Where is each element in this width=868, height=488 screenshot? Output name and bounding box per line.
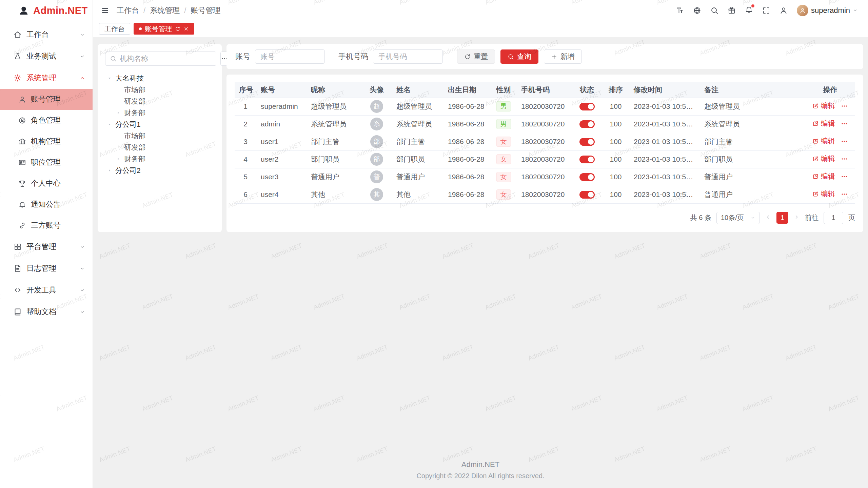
tree-node[interactable]: 研发部	[105, 96, 214, 107]
user-menu[interactable]: superadmin	[797, 5, 858, 16]
account-input[interactable]	[255, 49, 325, 64]
tab[interactable]: 工作台	[99, 23, 130, 35]
theme-icon[interactable]	[728, 6, 736, 15]
prev-page-button[interactable]	[765, 214, 771, 222]
caret-right-icon[interactable]	[105, 168, 114, 173]
cell-avatar: 普	[361, 168, 392, 186]
sidebar-item[interactable]: 开发工具	[0, 279, 93, 301]
status-toggle[interactable]	[579, 191, 595, 199]
topbar-left: 工作台/系统管理/账号管理	[101, 5, 220, 16]
more-actions-button[interactable]	[841, 138, 848, 147]
sidebar-item[interactable]: 工作台	[0, 24, 93, 45]
tree-node[interactable]: 研发部	[105, 142, 214, 153]
logo[interactable]: Admin.NET	[0, 0, 93, 21]
tree-node[interactable]: 大名科技	[105, 73, 214, 84]
status-toggle[interactable]	[579, 103, 595, 110]
sidebar-item[interactable]: 业务测试	[0, 45, 93, 67]
tree-node[interactable]: 市场部	[105, 130, 214, 142]
sidebar-subitem[interactable]: 机构管理	[0, 131, 93, 152]
table-row: 2admin系统管理员系系统管理员1986-06-28男180200307201…	[235, 115, 855, 133]
grid-icon	[14, 243, 22, 251]
sidebar-item-label: 日志管理	[26, 263, 75, 273]
sidebar-subitem[interactable]: 通知公告	[0, 194, 93, 215]
cell-account: user3	[256, 168, 307, 186]
more-actions-button[interactable]	[841, 174, 848, 182]
breadcrumb-item[interactable]: 工作台	[117, 5, 139, 16]
edit-button[interactable]: 编辑	[812, 154, 835, 163]
breadcrumb-item[interactable]: 系统管理	[150, 5, 180, 16]
cell-actions: 编辑	[805, 98, 855, 115]
sidebar-item[interactable]: 系统管理	[0, 67, 93, 89]
tree-node[interactable]: 财务部	[105, 107, 214, 119]
more-actions-button[interactable]	[841, 121, 848, 129]
status-toggle[interactable]	[579, 156, 595, 163]
goto-page-input[interactable]	[824, 212, 843, 224]
sidebar-item[interactable]: 平台管理	[0, 236, 93, 258]
caret-down-icon[interactable]	[105, 76, 114, 81]
cell-remark: 普通用户	[700, 186, 805, 203]
edit-button[interactable]: 编辑	[812, 136, 835, 146]
tree-node[interactable]: 市场部	[105, 84, 214, 96]
page-number-1[interactable]: 1	[776, 212, 788, 224]
fullscreen-icon[interactable]	[762, 6, 770, 15]
status-toggle[interactable]	[579, 173, 595, 181]
sidebar-subitem[interactable]: 个人中心	[0, 173, 93, 194]
sidebar-subitem-label: 角色管理	[31, 115, 61, 125]
tab-close-icon[interactable]	[183, 26, 189, 32]
caret-down-icon[interactable]	[105, 122, 114, 127]
tree-node-label: 市场部	[124, 85, 145, 95]
caret-right-icon[interactable]	[114, 157, 123, 161]
sidebar-item[interactable]: 日志管理	[0, 258, 93, 279]
edit-button[interactable]: 编辑	[812, 101, 835, 110]
more-actions-button[interactable]	[841, 103, 848, 111]
tree-node-label: 分公司1	[115, 120, 141, 129]
profile-icon[interactable]	[780, 6, 788, 15]
status-toggle[interactable]	[579, 138, 595, 146]
breadcrumb-item[interactable]: 账号管理	[191, 5, 220, 16]
cell-index: 6	[235, 186, 256, 203]
sidebar-subitem[interactable]: 三方账号	[0, 215, 93, 236]
tab-label: 工作台	[104, 24, 125, 34]
font-size-icon[interactable]	[676, 6, 684, 15]
tab-refresh-icon[interactable]	[175, 26, 180, 32]
tree-node-label: 财务部	[124, 108, 145, 118]
sidebar-subitem[interactable]: 账号管理	[0, 89, 93, 110]
tree-node[interactable]: 分公司1	[105, 119, 214, 130]
tree-node[interactable]: 分公司2	[105, 165, 214, 176]
gender-tag: 女	[496, 189, 511, 200]
goto-label: 前往	[805, 213, 818, 222]
edit-button[interactable]: 编辑	[812, 119, 835, 128]
caret-right-icon[interactable]	[114, 110, 123, 115]
edit-button[interactable]: 编辑	[812, 189, 835, 199]
more-actions-button[interactable]	[841, 191, 848, 200]
table-header-row: 序号账号昵称头像姓名出生日期性别手机号码状态排序修改时间备注操作	[235, 82, 855, 98]
sidebar-subitem[interactable]: 角色管理	[0, 110, 93, 131]
chevron-down-icon	[750, 215, 755, 220]
query-button[interactable]: 查询	[500, 49, 538, 64]
page-size-select[interactable]: 10条/页	[716, 212, 760, 224]
status-toggle[interactable]	[579, 120, 595, 128]
search-icon[interactable]	[710, 6, 718, 15]
sidebar-subitem[interactable]: 职位管理	[0, 152, 93, 173]
sidebar-item[interactable]: 帮助文档	[0, 301, 93, 323]
cell-phone: 18020030720	[517, 98, 572, 115]
reset-button[interactable]: 重置	[457, 49, 495, 64]
language-icon[interactable]	[693, 6, 701, 15]
hamburger-menu-icon[interactable]	[101, 6, 109, 15]
chevron-down-icon	[79, 32, 85, 38]
tab-active[interactable]: 账号管理	[134, 23, 194, 35]
cell-nickname: 系统管理员	[307, 115, 361, 133]
phone-input[interactable]	[373, 49, 443, 64]
notifications-bell[interactable]	[745, 5, 753, 16]
cell-status	[572, 168, 602, 186]
goto-unit: 页	[848, 213, 855, 222]
org-search-input[interactable]	[120, 55, 212, 63]
cell-avatar: 其	[361, 186, 392, 203]
gender-tag: 男	[496, 101, 511, 111]
tree-node[interactable]: 财务部	[105, 153, 214, 165]
more-actions-button[interactable]	[841, 156, 848, 164]
next-page-button[interactable]	[793, 214, 800, 222]
edit-button[interactable]: 编辑	[812, 171, 835, 181]
sidebar-subitem-label: 职位管理	[31, 157, 61, 167]
add-button[interactable]: 新增	[544, 49, 582, 64]
